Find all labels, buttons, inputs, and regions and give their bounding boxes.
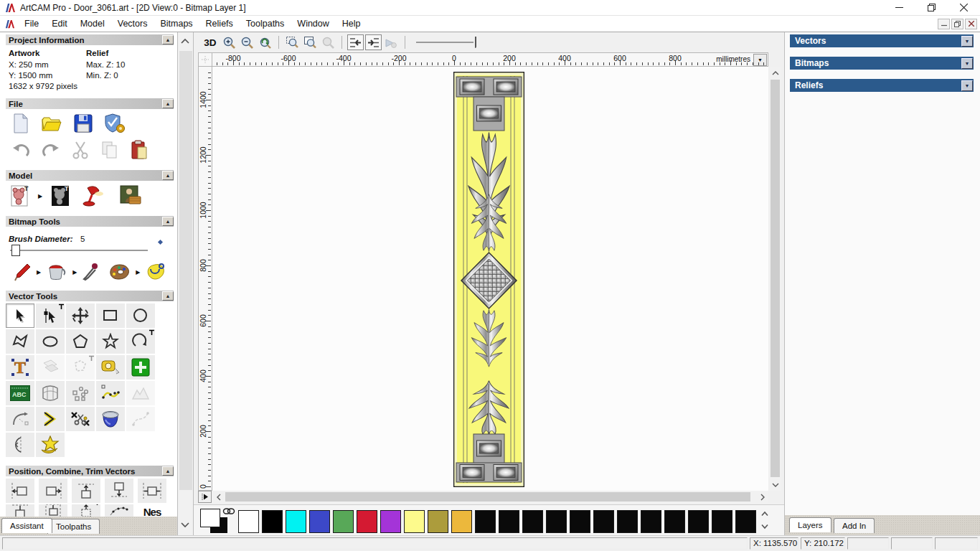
transform-vectors-button[interactable]	[66, 303, 95, 328]
menu-reliefs[interactable]: Reliefs	[199, 17, 240, 31]
collapse-button[interactable]: ▲	[162, 291, 174, 301]
mirror-vectors-button[interactable]	[6, 433, 34, 457]
palette-swatch[interactable]	[546, 510, 567, 533]
zoom-fit-button[interactable]	[302, 34, 319, 50]
tab-layers[interactable]: Layers	[789, 517, 831, 532]
menu-bitmaps[interactable]: Bitmaps	[154, 17, 199, 31]
collapse-button[interactable]: ▲	[162, 35, 174, 44]
close-button[interactable]	[948, 0, 980, 15]
collapse-button[interactable]: ▲	[162, 171, 174, 180]
texture-relief-button[interactable]	[119, 185, 142, 207]
brush-diameter-slider[interactable]	[10, 250, 148, 251]
align-left-button[interactable]	[6, 479, 34, 503]
menu-toolpaths[interactable]: Toolpaths	[240, 17, 291, 31]
create-rectangle-button[interactable]	[96, 303, 125, 328]
palette-scroll-down-button[interactable]	[760, 524, 769, 529]
select-vectors-button[interactable]	[6, 303, 34, 328]
menu-edit[interactable]: Edit	[45, 17, 74, 31]
vertical-scroll-thumb[interactable]	[771, 80, 780, 477]
palette-swatch[interactable]	[475, 510, 496, 533]
tab-assistant[interactable]: Assistant	[1, 518, 52, 533]
preview-button[interactable]	[383, 34, 400, 50]
tab-add-in[interactable]: Add In	[834, 518, 875, 533]
panel-expand-button[interactable]: ▼	[961, 58, 973, 69]
palette-swatch[interactable]	[570, 510, 590, 533]
zoom-object-button[interactable]	[320, 34, 336, 50]
dock-right-button[interactable]	[365, 34, 382, 50]
save-model-button[interactable]	[73, 113, 93, 133]
undo-button[interactable]	[11, 142, 30, 158]
panel-expand-button[interactable]: ▼	[961, 36, 973, 47]
align-top-button[interactable]	[72, 479, 100, 503]
create-polygon-button[interactable]	[66, 329, 95, 354]
cut-button[interactable]	[72, 141, 89, 159]
palette-swatch[interactable]	[357, 510, 377, 533]
nest-vectors-button[interactable]	[66, 381, 95, 405]
model-properties-button[interactable]	[104, 113, 126, 134]
brush-diameter-slider-handle[interactable]	[11, 245, 20, 256]
scroll-down-icon[interactable]	[180, 522, 190, 528]
horizontal-scroll-thumb[interactable]	[225, 492, 750, 501]
zoom-previous-button[interactable]	[257, 34, 273, 50]
view-3d-button[interactable]: 3D	[201, 34, 220, 50]
drawing-canvas[interactable]	[212, 67, 768, 491]
create-ellipse-button[interactable]	[36, 329, 65, 354]
colour-indicator[interactable]	[199, 507, 236, 535]
scroll-up-icon[interactable]	[180, 38, 190, 44]
palette-swatch[interactable]	[593, 510, 614, 533]
zoom-in-button[interactable]	[221, 34, 237, 50]
join-vectors-button[interactable]	[36, 407, 65, 431]
paint-button[interactable]	[13, 263, 32, 281]
open-model-button[interactable]	[41, 113, 62, 133]
adjust-model-button[interactable]: T	[50, 184, 70, 207]
palette-scroll-up-button[interactable]	[760, 511, 769, 517]
paste-button[interactable]	[131, 140, 148, 160]
palette-swatch[interactable]	[238, 510, 259, 533]
create-star-button[interactable]	[96, 329, 125, 354]
panel-bar-reliefs[interactable]: Reliefs▼	[790, 79, 974, 92]
scroll-down-button[interactable]	[769, 479, 781, 491]
trim-vectors-button[interactable]	[66, 355, 95, 380]
offset-vectors-button[interactable]	[36, 355, 65, 380]
section-header-model[interactable]: Model ▲	[6, 170, 174, 181]
create-polyline-button[interactable]	[6, 329, 34, 354]
assistant-scroll-thumb[interactable]	[179, 51, 192, 490]
copy-button[interactable]	[100, 141, 119, 159]
envelope-distortion-button[interactable]	[36, 381, 65, 405]
zoom-slider[interactable]	[413, 35, 485, 50]
simplify-vectors-button[interactable]	[126, 381, 155, 405]
palette-swatch[interactable]	[617, 510, 638, 533]
menu-file[interactable]: File	[18, 17, 45, 31]
mdi-minimize-button[interactable]	[938, 19, 950, 29]
collapse-button[interactable]: ▲	[162, 217, 174, 226]
assistant-scrollbar[interactable]	[178, 32, 194, 535]
ruler-units-button[interactable]: ▼▲	[753, 54, 767, 66]
lighting-button[interactable]	[82, 185, 105, 207]
section-header-file[interactable]: File ▲	[6, 98, 174, 109]
create-circle-button[interactable]	[126, 303, 155, 328]
fillet-tool-button[interactable]	[6, 407, 34, 431]
blend-spline-button[interactable]	[126, 407, 155, 431]
link-colours-icon[interactable]	[222, 507, 235, 516]
palette-swatch[interactable]	[735, 510, 756, 533]
mdi-close-button[interactable]	[965, 19, 977, 29]
align-center-horizontal-button[interactable]	[138, 479, 166, 503]
create-arc-button[interactable]	[126, 329, 155, 354]
palette-swatch[interactable]	[428, 510, 448, 533]
section-header-project-information[interactable]: Project Information ▲	[6, 34, 174, 45]
wrap-vectors-button[interactable]	[36, 433, 65, 457]
palette-swatch[interactable]	[664, 510, 685, 533]
cut-trim-vectors-button[interactable]	[66, 407, 95, 431]
create-text-button[interactable]: T	[6, 355, 34, 380]
section-header-bitmap-tools[interactable]: Bitmap Tools ▲	[6, 216, 174, 227]
zoom-slider-track[interactable]	[416, 42, 473, 43]
menu-vectors[interactable]: Vectors	[111, 17, 154, 31]
minimize-button[interactable]	[883, 0, 915, 15]
scroll-left-button[interactable]	[212, 491, 225, 503]
align-bottom-button[interactable]	[105, 479, 133, 503]
mdi-restore-button[interactable]	[951, 19, 963, 29]
zoom-slider-handle[interactable]	[475, 37, 476, 48]
new-model-button[interactable]	[11, 113, 30, 134]
menu-help[interactable]: Help	[336, 17, 367, 31]
menu-window[interactable]: Window	[291, 17, 335, 31]
